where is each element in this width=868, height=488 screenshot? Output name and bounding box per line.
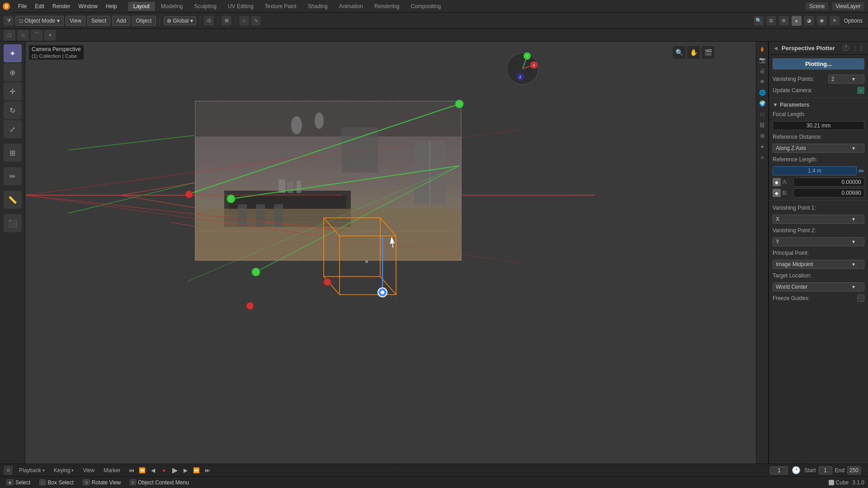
tab-texture-paint[interactable]: Texture Paint	[259, 2, 302, 11]
a-input[interactable]: 0.00000	[793, 178, 864, 187]
parameters-section[interactable]: ▼ Parameters	[769, 100, 868, 109]
jump-end-btn[interactable]: ⏭	[203, 466, 212, 475]
menu-render[interactable]: Render	[49, 2, 74, 10]
add-menu[interactable]: Add	[112, 16, 130, 26]
freeze-guides-checkbox[interactable]	[857, 295, 864, 302]
blender-logo[interactable]: B	[0, 0, 13, 13]
start-frame-input[interactable]: 1	[819, 466, 832, 474]
menu-help[interactable]: Help	[102, 2, 121, 10]
tab-sculpting[interactable]: Sculpting	[189, 2, 222, 11]
timeline-type-btn[interactable]: ⧉	[4, 466, 13, 475]
keying-tab[interactable]: Keying ▾	[51, 466, 77, 474]
viewport[interactable]: X Y Z Camera Perspective (1) Collection …	[25, 42, 769, 464]
move-tool-btn[interactable]: ✛	[4, 82, 22, 100]
panel-collapse-btn[interactable]: ◀	[773, 45, 779, 51]
menu-window[interactable]: Window	[75, 2, 101, 10]
reference-distance-dropdown[interactable]: Along Z Axis ▾	[773, 144, 864, 153]
camera-icon[interactable]: 🎬	[702, 46, 714, 59]
tab-modeling[interactable]: Modeling	[156, 2, 189, 11]
next-keyframe-btn[interactable]: ⏩	[192, 466, 201, 475]
vanishing-points-dropdown[interactable]: 2 ▾	[828, 75, 864, 84]
current-frame-input[interactable]: 1	[770, 466, 788, 474]
search-btn[interactable]: 🔍	[754, 16, 764, 26]
update-camera-checkbox[interactable]: ✓	[857, 87, 864, 94]
shading-eevee[interactable]: ☀	[830, 16, 840, 26]
marker-tab[interactable]: Marker	[101, 466, 123, 474]
measure-tool-btn[interactable]: 📏	[4, 191, 22, 209]
b-input[interactable]: 0.00680	[793, 188, 864, 197]
focal-length-value-row: 30.21 mm	[769, 120, 868, 131]
shading-solid[interactable]: ●	[792, 16, 802, 26]
viewlayer-selector[interactable]: ViewLayer	[832, 2, 864, 10]
zoom-in-icon[interactable]: 🔍	[673, 46, 685, 59]
vp2-dropdown[interactable]: Y ▾	[773, 237, 864, 246]
panel-help-btn[interactable]: ?	[843, 45, 849, 51]
jump-start-btn[interactable]: ⏮	[127, 466, 136, 475]
shading-mat[interactable]: ◕	[804, 16, 814, 26]
scale-tool-btn[interactable]: ⤢	[4, 120, 22, 138]
select-lasso-icon[interactable]: ⌒	[31, 30, 42, 41]
annotate-tool-btn[interactable]: ✏	[4, 167, 22, 185]
view-props-icon[interactable]: 👁	[757, 77, 767, 87]
focal-length-input[interactable]: 30.21 mm	[773, 121, 864, 130]
pivot-point-btn[interactable]: ⊙	[204, 16, 214, 26]
select-box-icon[interactable]: □	[4, 30, 15, 41]
properties-active-icon[interactable]: ⧫	[757, 44, 767, 54]
options-label[interactable]: Options	[842, 18, 864, 24]
particle-props-icon[interactable]: ✦	[757, 142, 767, 152]
output-props-icon[interactable]: 🖨	[757, 66, 767, 76]
object-menu[interactable]: Object	[132, 16, 156, 26]
transform-orientation[interactable]: ⊕ Global ▾	[164, 16, 197, 25]
menu-file[interactable]: File	[14, 2, 30, 10]
physics-props-icon[interactable]: ⚛	[757, 153, 767, 163]
scene-props-icon[interactable]: 🌐	[757, 88, 767, 98]
target-location-dropdown[interactable]: World Center ▾	[773, 282, 864, 291]
select-circle-icon[interactable]: ○	[17, 30, 29, 41]
tab-rendering[interactable]: Rendering	[369, 2, 405, 11]
reference-length-input[interactable]: 1.4 m	[773, 166, 857, 175]
constraint-props-icon[interactable]: ⛓	[757, 120, 767, 130]
proportional-mode[interactable]: ∿	[251, 16, 261, 26]
shading-render[interactable]: ◉	[817, 16, 827, 26]
select-tool-btn[interactable]: ✦	[4, 44, 22, 62]
object-props-icon[interactable]: □	[757, 109, 767, 119]
cursor-tool-btn[interactable]: ⊕	[4, 63, 22, 81]
snap-btn[interactable]: ⊞	[222, 16, 231, 26]
view-menu[interactable]: View	[66, 16, 85, 26]
tab-shading[interactable]: Shading	[302, 2, 333, 11]
select-menu[interactable]: Select	[87, 16, 110, 26]
render-props-icon[interactable]: 📷	[757, 55, 767, 65]
tab-uv-editing[interactable]: UV Editing	[222, 2, 259, 11]
gizmo-btn[interactable]: ⊛	[779, 16, 789, 26]
hand-icon[interactable]: ✋	[687, 46, 700, 59]
step-forward-btn[interactable]: ▶	[181, 466, 190, 475]
transform-tool-btn[interactable]: ⊞	[4, 144, 22, 162]
overlay-btn[interactable]: ⧉	[766, 16, 776, 26]
tab-compositing[interactable]: Compositing	[405, 2, 446, 11]
menu-edit[interactable]: Edit	[31, 2, 48, 10]
end-frame-input[interactable]: 250	[847, 466, 861, 474]
vp1-dropdown[interactable]: X ▾	[773, 215, 864, 224]
principal-point-dropdown[interactable]: Image Midpoint ▾	[773, 260, 864, 269]
object-mode-selector[interactable]: □ Object Mode ▾	[15, 16, 64, 26]
reference-length-edit-icon[interactable]: ✏	[859, 167, 864, 175]
panel-menu-btn[interactable]: ⋮⋮	[852, 44, 864, 52]
select-extra-icon[interactable]: +	[44, 30, 56, 41]
prev-keyframe-btn[interactable]: ⏪	[138, 466, 147, 475]
step-back-btn[interactable]: ◀	[149, 466, 158, 475]
tab-animation[interactable]: Animation	[334, 2, 368, 11]
tab-layout[interactable]: Layout	[128, 2, 155, 11]
record-btn[interactable]: ●	[160, 466, 169, 475]
proportional-btn[interactable]: ○	[239, 16, 249, 26]
add-cube-btn[interactable]: ⬛	[4, 214, 22, 232]
view-tab[interactable]: View	[80, 466, 97, 474]
world-props-icon[interactable]: 🌍	[757, 99, 767, 108]
rotate-tool-btn[interactable]: ↻	[4, 101, 22, 119]
principal-point-row: Principal Point:	[769, 248, 868, 258]
modifier-props-icon[interactable]: ⚙	[757, 131, 767, 141]
playback-tab[interactable]: Playback ▾	[16, 466, 47, 474]
scene-selector[interactable]: Scene	[806, 2, 828, 10]
editor-type-btn[interactable]: ⧩	[4, 16, 14, 26]
plotting-button[interactable]: Plotting...	[773, 58, 864, 70]
play-btn[interactable]: ▶	[170, 466, 179, 475]
